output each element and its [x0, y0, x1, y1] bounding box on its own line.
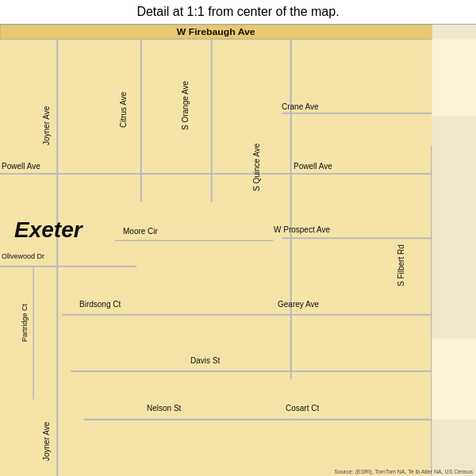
city-name: Exeter: [14, 217, 83, 243]
map-svg: W Firebaugh Ave: [0, 25, 476, 476]
svg-text:W Firebaugh Ave: W Firebaugh Ave: [177, 27, 255, 36]
page-container: Detail at 1:1 from center of the map.: [0, 0, 476, 476]
svg-rect-18: [432, 39, 476, 116]
source-text: Source: (ESRI), TomTom NA, Te lb Atler N…: [335, 469, 473, 474]
svg-rect-19: [432, 339, 476, 420]
map-container: W Firebaugh Ave Crane Ave Powell Ave Pow…: [0, 25, 476, 476]
title-text: Detail at 1:1 from center of the map.: [136, 5, 339, 18]
source-label: Source: (ESRI), TomTom NA, Te lb Atler N…: [335, 469, 473, 474]
page-title: Detail at 1:1 from center of the map.: [0, 0, 476, 25]
